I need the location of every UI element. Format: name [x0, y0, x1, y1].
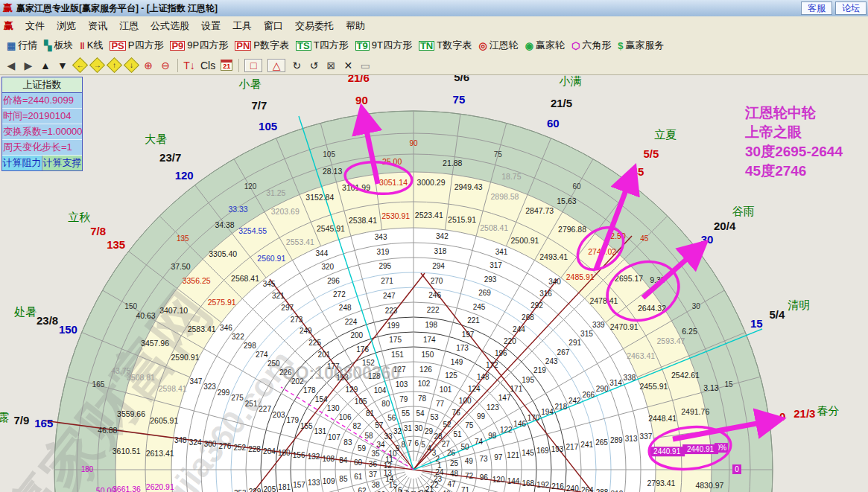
- spiral-number: 104: [374, 386, 387, 394]
- spiral-number: 288: [596, 488, 609, 492]
- spiral-number: 246: [428, 291, 441, 299]
- spiral-number: 174: [423, 336, 436, 344]
- spiral-number: 169: [536, 447, 549, 455]
- price-ring-label: 2613.41: [146, 449, 174, 458]
- rotate-ccw-icon[interactable]: ↺: [308, 60, 320, 71]
- rotate-up-icon[interactable]: ▲: [39, 60, 51, 71]
- toolbar-button-P四方形[interactable]: PSP四方形: [110, 39, 163, 52]
- toolbar-button-板块[interactable]: ▚板块: [44, 39, 73, 52]
- zoom-out-icon[interactable]: ⊖: [159, 60, 171, 71]
- outer-degree-label: 150: [59, 323, 77, 336]
- diamond-up-icon[interactable]: ↑: [108, 60, 120, 71]
- menu-item-文件[interactable]: 文件: [19, 18, 51, 34]
- degree-ring-label: 165: [92, 380, 105, 389]
- cls-button[interactable]: Cls: [200, 60, 215, 71]
- menu-item-交易委托[interactable]: 交易委托: [289, 18, 340, 34]
- menu-item-浏览[interactable]: 浏览: [51, 18, 82, 34]
- spiral-number: 31: [404, 424, 413, 432]
- solar-date-label: 21/3: [793, 407, 815, 420]
- spiral-number: 57: [375, 421, 384, 429]
- toolbar-button-江恩轮[interactable]: ◎江恩轮: [478, 39, 518, 52]
- zoom-in-icon[interactable]: ⊕: [142, 60, 154, 71]
- degree-ring-label: 30: [692, 302, 701, 310]
- price-ring-label: 2593.47: [656, 336, 685, 345]
- page-prev-icon[interactable]: ◀: [5, 60, 17, 71]
- spiral-number: 339: [592, 321, 605, 329]
- menu-item-窗口[interactable]: 窗口: [258, 18, 289, 34]
- menu-item-江恩[interactable]: 江恩: [113, 18, 145, 34]
- price-ring-label: 3305.40: [209, 249, 237, 258]
- toolbar-button-T四方形[interactable]: TST四方形: [296, 39, 349, 52]
- spiral-number: 250: [267, 360, 280, 368]
- diamond-right-icon[interactable]: →: [91, 60, 103, 71]
- spiral-number: 82: [353, 422, 362, 430]
- menu-item-帮助[interactable]: 帮助: [340, 18, 371, 34]
- t-down-icon[interactable]: T↓: [183, 60, 195, 71]
- diamond-down-icon[interactable]: ↓: [125, 60, 137, 71]
- toolbar-button-9P四方形[interactable]: P99P四方形: [170, 39, 228, 52]
- winner-wheel-icon: ◉: [525, 40, 533, 51]
- price-ring-label: 3559.66: [117, 409, 145, 418]
- annotation-line: 上帝之眼: [745, 123, 843, 142]
- calendar-icon[interactable]: 21: [221, 60, 232, 71]
- support-button[interactable]: 客服: [801, 1, 832, 15]
- spiral-number: 151: [391, 351, 404, 359]
- toolbar-button-六角形[interactable]: ⬡六角形: [571, 39, 611, 52]
- toolbar-button-赢家服务[interactable]: $赢家服务: [618, 39, 664, 52]
- price-ring-label: 2598.41: [159, 384, 187, 393]
- info-row: 时间=20190104: [2, 109, 82, 124]
- spiral-number: 80: [381, 400, 390, 408]
- toolbar-button-P数字表[interactable]: PNP数字表: [235, 39, 289, 52]
- rotate-cw-icon[interactable]: ↻: [291, 60, 302, 71]
- draw-square-icon[interactable]: □: [244, 59, 262, 72]
- spiral-number: 198: [425, 321, 437, 329]
- spiral-number: 273: [291, 316, 303, 324]
- spiral-number: 132: [308, 453, 320, 461]
- price-ring-label: 2508.41: [480, 223, 508, 232]
- spiral-number: 77: [436, 400, 445, 408]
- spiral-number: 179: [286, 416, 299, 424]
- spiral-number: 274: [256, 351, 268, 359]
- close-draw-icon[interactable]: ✕: [342, 60, 354, 71]
- menu-item-公式选股[interactable]: 公式选股: [145, 18, 195, 34]
- spiral-number: 83: [343, 438, 352, 447]
- menu-item-资讯[interactable]: 资讯: [82, 18, 113, 34]
- price-ring-label: 3000.29: [417, 178, 446, 187]
- spiral-number: 290: [596, 385, 609, 393]
- page-next-icon[interactable]: ▶: [22, 60, 34, 71]
- price-ring-label: 4830.97: [695, 481, 723, 490]
- price-ring-label: 2847.73: [525, 206, 554, 215]
- toolbar-separator: [238, 59, 239, 72]
- trash-icon[interactable]: ▭: [359, 60, 371, 71]
- solar-term-label: 白露: [0, 411, 9, 424]
- solar-date-label: 7/9: [14, 414, 30, 426]
- price-ring-label: 2949.43: [454, 182, 483, 191]
- toolbar-button-T数字表[interactable]: TNT数字表: [419, 39, 472, 52]
- rotate-down-icon[interactable]: ▼: [57, 60, 69, 71]
- fit-window-icon[interactable]: ⊠: [325, 60, 337, 71]
- price-ring-label: 2448.41: [648, 414, 677, 423]
- calc-resistance-button[interactable]: 计算阻力: [2, 156, 42, 170]
- spiral-number: 6: [414, 439, 419, 447]
- menu-item-工具[interactable]: 工具: [226, 18, 258, 34]
- toolbar-button-赢家轮[interactable]: ◉赢家轮: [525, 39, 565, 52]
- menu-item-设置[interactable]: 设置: [195, 18, 226, 34]
- info-row: 变换系数=1.00000: [2, 124, 82, 140]
- degree-ring-label: 90: [409, 139, 418, 147]
- spiral-number: 52: [443, 421, 452, 429]
- calc-support-button[interactable]: 计算支撑: [42, 156, 82, 170]
- toolbar-button-9T四方形[interactable]: T99T四方形: [355, 39, 412, 52]
- percent-ring-label: 3.13: [703, 383, 719, 392]
- percent-ring-label: 21.88: [443, 159, 462, 167]
- spiral-number: 124: [468, 385, 481, 393]
- spiral-number: 342: [436, 232, 449, 240]
- spiral-number: 345: [263, 280, 276, 288]
- draw-triangle-icon[interactable]: △: [267, 59, 285, 72]
- spiral-number: 293: [484, 275, 497, 284]
- spiral-number: 78: [418, 394, 427, 403]
- spiral-number: 346: [220, 324, 232, 332]
- toolbar-button-K线[interactable]: ‖K线: [80, 39, 103, 52]
- forum-button[interactable]: 论坛: [835, 1, 867, 15]
- diamond-left-icon[interactable]: ←: [74, 60, 86, 71]
- toolbar-button-行情[interactable]: ▦行情: [7, 39, 37, 52]
